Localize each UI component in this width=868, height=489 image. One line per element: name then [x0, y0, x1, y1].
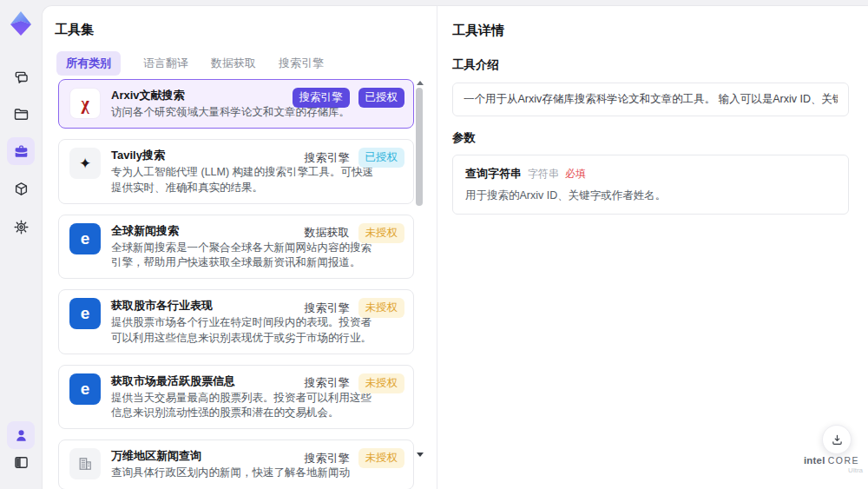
detail-title: 工具详情 — [452, 23, 849, 39]
tool-card-most-active-stocks[interactable]: e 获取市场最活跃股票信息 提供当天交易量最高的股票列表。投资者可以利用这些信息… — [58, 365, 414, 430]
tool-detail-panel: 工具详情 工具介绍 一个用于从Arxiv存储库搜索科学论文和文章的工具。 输入可… — [438, 6, 868, 489]
param-box: 查询字符串 字符串 必填 用于搜索的Arxiv ID、关键字或作者姓名。 — [452, 155, 849, 215]
regional-news-icon — [69, 448, 101, 479]
tool-card-global-news[interactable]: e 全球新闻搜索 全球新闻搜索是一个聚合全球各大新闻网站内容的搜索引擎，帮助用户… — [58, 215, 414, 280]
tab-search-engine[interactable]: 搜索引擎 — [279, 56, 324, 71]
nav-panel-toggle-icon[interactable] — [7, 448, 35, 476]
tab-data-fetch[interactable]: 数据获取 — [211, 56, 256, 71]
page-title: 工具集 — [55, 22, 94, 38]
left-rail — [0, 0, 42, 489]
download-button[interactable] — [822, 425, 852, 454]
scrollbar-down-arrow[interactable] — [417, 453, 424, 457]
intel-core-logo: intel CORE Ultra — [800, 455, 863, 474]
tab-language-translation[interactable]: 语言翻译 — [143, 56, 188, 71]
tavily-star-icon: ✦ — [69, 148, 101, 179]
scrollbar-thumb[interactable] — [416, 88, 423, 206]
tool-description: 全球新闻搜索是一个聚合全球各大新闻网站内容的搜索引擎，帮助用户快速获取全球最新资… — [111, 241, 377, 271]
category-badge: 搜索引擎 — [293, 88, 350, 108]
finance-provider-icon: e — [69, 298, 101, 329]
status-badge: 已授权 — [358, 148, 405, 168]
param-required-label: 必填 — [565, 167, 586, 182]
tool-card-tavily[interactable]: ✦ Tavily搜索 专为人工智能代理 (LLM) 构建的搜索引擎工具。可快速提… — [58, 139, 414, 204]
params-heading: 参数 — [452, 130, 849, 146]
main-content: 工具集 所有类别 语言翻译 数据获取 搜索引擎 χ Arxiv文献搜索 访问各个… — [42, 5, 868, 489]
category-label: 搜索引擎 — [305, 150, 350, 166]
tool-card-list: χ Arxiv文献搜索 访问各个研究领域大量科学论文和文章的存储库。 搜索引擎 … — [58, 79, 414, 489]
nav-folder-icon[interactable] — [7, 100, 35, 128]
tool-list-panel: 工具集 所有类别 语言翻译 数据获取 搜索引擎 χ Arxiv文献搜索 访问各个… — [43, 6, 437, 489]
param-type: 字符串 — [528, 167, 559, 182]
category-label: 搜索引擎 — [305, 301, 350, 316]
nav-settings-icon[interactable] — [7, 213, 35, 241]
nav-user-icon[interactable] — [7, 421, 35, 449]
category-label: 搜索引擎 — [305, 375, 350, 391]
tool-card-sector-performance[interactable]: e 获取股市各行业表现 提供股票市场各个行业在特定时间段内的表现。投资者可以利用… — [58, 289, 414, 354]
param-description: 用于搜索的Arxiv ID、关键字或作者姓名。 — [465, 188, 836, 203]
status-badge: 已授权 — [358, 88, 405, 108]
news-provider-icon: e — [69, 223, 101, 254]
nav-cube-icon[interactable] — [7, 175, 35, 202]
category-label: 数据获取 — [305, 225, 350, 241]
arxiv-icon: χ — [69, 88, 101, 119]
category-tabs: 所有类别 语言翻译 数据获取 搜索引擎 — [56, 51, 324, 76]
tool-description: 提供股票市场各个行业在特定时间段内的表现。投资者可以利用这些信息来识别表现优于或… — [111, 315, 377, 346]
status-badge: 未授权 — [358, 373, 405, 393]
tool-card-arxiv[interactable]: χ Arxiv文献搜索 访问各个研究领域大量科学论文和文章的存储库。 搜索引擎 … — [58, 79, 414, 129]
nav-chat-icon[interactable] — [7, 63, 35, 91]
finance-provider-icon: e — [69, 373, 101, 405]
app-logo-icon — [8, 10, 34, 38]
intro-heading: 工具介绍 — [452, 57, 849, 73]
tool-card-regional-news[interactable]: 万维地区新闻查询 查询具体行政区划内的新闻，快速了解各地新闻动 搜索引擎 未授权 — [58, 439, 414, 489]
category-label: 搜索引擎 — [305, 451, 350, 466]
tool-description: 提供当天交易量最高的股票列表。投资者可以利用这些信息来识别流动性强的股票和潜在的… — [111, 391, 377, 421]
intro-box: 一个用于从Arxiv存储库搜索科学论文和文章的工具。 输入可以是Arxiv ID… — [452, 83, 849, 116]
status-badge: 未授权 — [358, 298, 405, 318]
scrollbar-up-arrow[interactable] — [417, 81, 424, 85]
status-badge: 未授权 — [358, 223, 405, 243]
param-name: 查询字符串 — [465, 166, 522, 182]
nav-toolbox-icon[interactable] — [7, 137, 35, 165]
tab-all-categories[interactable]: 所有类别 — [56, 51, 121, 76]
status-badge: 未授权 — [358, 448, 405, 468]
intro-text: 一个用于从Arxiv存储库搜索科学论文和文章的工具。 输入可以是Arxiv ID… — [464, 92, 838, 107]
tool-description: 专为人工智能代理 (LLM) 构建的搜索引擎工具。可快速提供实时、准确和真实的结… — [111, 165, 377, 195]
